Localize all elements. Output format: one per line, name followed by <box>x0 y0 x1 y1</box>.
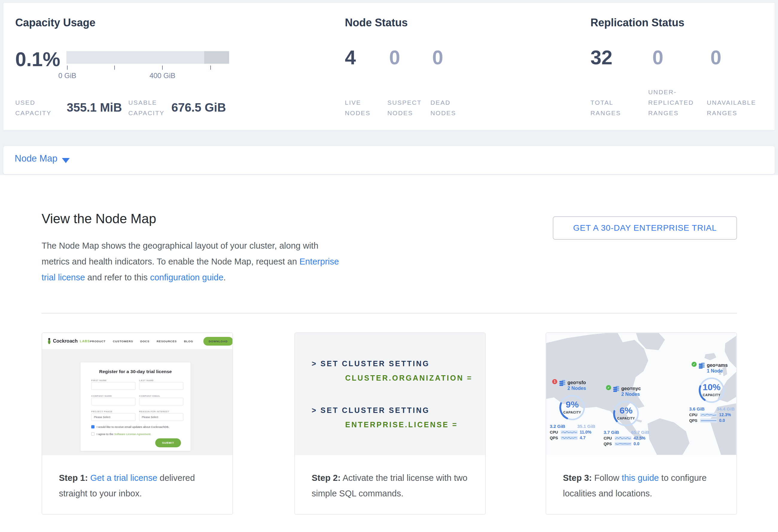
description-text: . <box>223 273 226 282</box>
step1-card: Cockroach LABS PRODUCT CUSTOMERS DOCS RE… <box>42 332 233 515</box>
capacity-word: CAPACITY <box>617 416 635 420</box>
locality-name: geo=sfo <box>567 380 586 385</box>
capacity-percent: 10% <box>703 382 720 392</box>
qps-sparkline-icon <box>615 442 631 446</box>
trial-registration-form: Register for a 30-day trial license FIRS… <box>80 362 190 451</box>
license-agreement-link: Software License Agreement. <box>114 432 151 436</box>
unavailable-ranges-label: UNAVAILABLE RANGES <box>707 97 756 118</box>
field-label: FIRST NAME <box>91 379 107 382</box>
locality-nyc: ✓ geo=nyc 2 Nodes 6% CAPACI <box>606 386 654 446</box>
replication-status-title: Replication Status <box>591 16 684 29</box>
checkbox-checked-icon <box>91 425 94 429</box>
sql-commands-thumbnail: > SET CLUSTER SETTING CLUSTER.ORGANIZATI… <box>295 333 485 455</box>
step2-card: > SET CLUSTER SETTING CLUSTER.ORGANIZATI… <box>294 332 486 515</box>
qps-value: 0.0 <box>719 418 725 423</box>
dead-nodes-value: 0 <box>432 48 443 67</box>
usable-capacity-label: USABLE CAPACITY <box>128 97 164 118</box>
reason-for-interest-select: Please Select <box>139 413 183 421</box>
nav-item: CUSTOMERS <box>113 339 133 343</box>
cockroach-labs-logo: Cockroach LABS <box>47 338 90 345</box>
qps-row: QPS 4.7 <box>550 435 598 440</box>
cpu-sparkline-icon <box>561 430 577 434</box>
capacity-percent: 9% <box>566 399 578 409</box>
db-stack-icon <box>613 386 619 392</box>
get-enterprise-trial-button[interactable]: GET A 30-DAY ENTERPRISE TRIAL <box>553 216 737 240</box>
capacity-gauge: 10% CAPACITY <box>692 375 731 408</box>
sql-statement: > SET CLUSTER SETTING <box>312 359 430 368</box>
live-nodes-value: 4 <box>345 48 356 67</box>
field-label: PROJECT PHASE <box>91 410 112 413</box>
capacity-word: CAPACITY <box>703 393 720 397</box>
project-phase-select: Please Select <box>91 413 136 421</box>
total-ranges-value: 32 <box>591 48 612 67</box>
configuration-guide-link[interactable]: configuration guide <box>150 273 223 282</box>
nav-item: DOCS <box>140 339 150 343</box>
total-ranges-label: TOTAL RANGES <box>591 97 621 118</box>
axis-tick <box>67 66 68 70</box>
checkbox-unchecked-icon <box>91 432 94 436</box>
view-selector-dropdown[interactable]: Node Map <box>3 146 775 174</box>
usable-capacity-value: 676.5 GiB <box>171 101 226 114</box>
locality-node-count: 2 Nodes <box>621 391 641 397</box>
step-number: Step 3: <box>563 473 592 483</box>
suspect-nodes-label: SUSPECT NODES <box>387 97 422 118</box>
cluster-overview-page: Capacity Usage 0.1% 0 GiB 400 GiB USED C… <box>0 0 778 532</box>
axis-tick <box>210 66 211 70</box>
step1-caption: Step 1: Get a trial license delivered st… <box>42 455 232 514</box>
check-badge-icon: ✓ <box>606 385 611 390</box>
locality-name: geo=ams <box>707 362 728 368</box>
step-text: Follow <box>592 473 622 483</box>
first-name-field <box>91 382 136 390</box>
cpu-value: 12.3% <box>719 412 731 417</box>
field-label: COMPANY EMAIL <box>139 395 160 397</box>
locality-node-count: 1 Node <box>707 368 728 374</box>
used-capacity-value: 355.1 MiB <box>67 101 122 114</box>
live-nodes-label: LIVE NODES <box>345 97 371 118</box>
cluster-summary-panel: Capacity Usage 0.1% 0 GiB 400 GiB USED C… <box>3 2 775 131</box>
nav-item: BLOG <box>184 339 193 343</box>
logo-text: Cockroach <box>53 338 78 344</box>
step3-card: 1 geo=sfo 2 Nodes 9% CAPACI <box>546 332 737 515</box>
dead-nodes-label: DEAD NODES <box>431 97 456 118</box>
step-number: Step 1: <box>59 473 88 483</box>
last-name-field <box>139 382 183 390</box>
cpu-sparkline-icon <box>700 413 717 417</box>
submit-button: SUBMIT <box>155 438 181 447</box>
used-capacity-label: USED CAPACITY <box>15 97 52 118</box>
capacity-other-segment <box>204 51 229 64</box>
locality-name: geo=nyc <box>621 386 641 391</box>
under-replicated-value: 0 <box>652 48 664 67</box>
axis-tick <box>162 66 163 70</box>
locality-sfo: 1 geo=sfo 2 Nodes 9% CAPACI <box>552 380 600 440</box>
cpu-value: 11.0% <box>580 430 591 435</box>
field-label: REASON FOR INTEREST <box>139 410 169 413</box>
axis-tick <box>114 66 115 70</box>
capacity-used-percent: 0.1% <box>15 49 60 69</box>
license-agreement-checkbox-row: I agree to the Software License Agreemen… <box>91 432 151 436</box>
view-selector-label: Node Map <box>15 153 58 164</box>
cpu-row: CPU 11.0% <box>550 430 598 435</box>
capacity-word: CAPACITY <box>563 410 581 414</box>
get-trial-license-link[interactable]: Get a trial license <box>90 473 157 483</box>
site-nav: PRODUCT CUSTOMERS DOCS RESOURCES BLOG DO… <box>90 337 232 346</box>
locality-ams: ✓ geo=ams 1 Node 10% CAPACI <box>692 362 736 423</box>
chevron-down-icon <box>62 158 70 163</box>
sql-setting-name: ENTERPRISE.LICENSE = <box>345 421 458 429</box>
description-text: The Node Map shows the geographical layo… <box>42 241 318 266</box>
node-map-description: The Node Map shows the geographical layo… <box>42 238 341 286</box>
under-replicated-label: UNDER- REPLICATED RANGES <box>648 87 694 118</box>
check-badge-icon: ✓ <box>692 362 697 367</box>
locality-node-count: 2 Nodes <box>567 385 586 391</box>
cpu-value: 42.5% <box>633 436 645 441</box>
axis-label-start: 0 GiB <box>44 72 91 80</box>
qps-sparkline-icon <box>561 436 577 440</box>
cockroach-bug-icon <box>47 338 52 345</box>
description-text: and refer to this <box>85 273 150 282</box>
node-status-title: Node Status <box>345 16 408 29</box>
email-updates-checkbox-row: I would like to receive email updates ab… <box>91 425 169 429</box>
alert-badge-icon: 1 <box>552 379 557 384</box>
this-guide-link[interactable]: this guide <box>622 473 659 483</box>
cpu-row: CPU 12.3% <box>689 412 736 417</box>
cpu-sparkline-icon <box>615 436 631 440</box>
capacity-usage-bar <box>66 51 229 64</box>
